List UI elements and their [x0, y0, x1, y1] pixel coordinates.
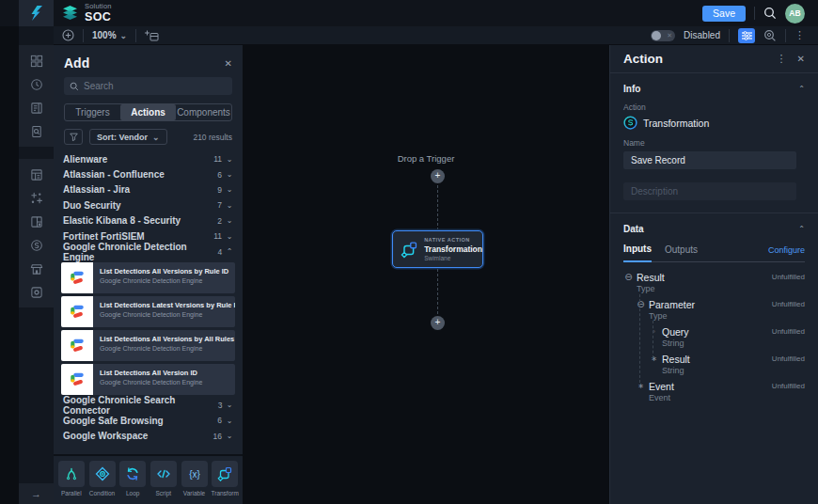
leaf-circle-icon: ◦ — [649, 326, 659, 338]
required-asterisk-icon: ∗ — [636, 381, 646, 392]
action-card[interactable]: List Detections Latest Versions by Rule … — [61, 296, 235, 327]
chronicle-logo-icon — [61, 330, 93, 361]
kebab-menu-icon[interactable]: ⋮ — [794, 29, 805, 41]
component-parallel[interactable]: Parallel — [57, 461, 86, 502]
chevron-down-icon: ⌄ — [226, 201, 233, 210]
nav-reports-icon[interactable] — [19, 96, 54, 119]
chevron-up-icon: ⌃ — [798, 85, 805, 93]
left-nav-rail: → — [19, 26, 54, 504]
enable-toggle[interactable]: ✕ — [651, 30, 675, 41]
action-card[interactable]: List Detections All Versions by Rule ID … — [61, 262, 235, 293]
component-loop[interactable]: Loop — [118, 461, 147, 502]
connector-line — [437, 185, 438, 230]
search-input[interactable] — [84, 81, 215, 91]
nav-dashboard-icon[interactable] — [19, 49, 54, 72]
close-icon[interactable]: ✕ — [797, 54, 805, 64]
transform-icon — [217, 466, 232, 481]
sliders-icon — [742, 31, 752, 40]
action-panel-title: Action — [623, 52, 663, 66]
drop-trigger-label: Drop a Trigger — [243, 153, 609, 164]
action-panel: Action ⋮ ✕ Info ⌃ Action Transformation … — [609, 45, 818, 504]
swimlane-logo[interactable] — [19, 0, 54, 26]
display-settings-button[interactable] — [738, 28, 755, 43]
vendor-row[interactable]: Duo Security 7 ⌄ — [61, 197, 235, 213]
svg-text:{x}: {x} — [189, 469, 200, 480]
workflow-canvas[interactable]: Drop a Trigger + NATIVE ACTION Transform… — [243, 45, 609, 504]
canvas-toolbar: 100% ⌄ ✕ Disabled — [54, 26, 818, 45]
kebab-menu-icon[interactable]: ⋮ — [777, 53, 787, 65]
filter-button[interactable] — [64, 129, 83, 145]
component-shortcuts: Parallel Condition Loop — [54, 454, 243, 504]
chevron-down-icon: ⌄ — [226, 155, 233, 164]
zoom-level: 100% — [92, 30, 117, 40]
close-icon[interactable]: ✕ — [225, 58, 232, 69]
vendor-row[interactable]: Google Workspace 16 ⌄ — [61, 429, 235, 444]
variable-icon: {x} — [186, 466, 203, 481]
action-card[interactable]: List Detections All Version ID Google Ch… — [61, 364, 235, 395]
component-transform[interactable]: Transform — [211, 461, 239, 502]
name-input[interactable] — [623, 151, 796, 169]
collapse-icon[interactable]: ⊖ — [623, 272, 634, 283]
sort-dropdown[interactable]: Sort: Vendor ⌄ — [89, 129, 167, 145]
chevron-down-icon: ⌄ — [226, 432, 233, 440]
tab-inputs[interactable]: Inputs — [623, 244, 652, 262]
tree-node-event[interactable]: ∗ Event Event Unfulfilled — [623, 381, 805, 403]
vendor-row[interactable]: Google Chronicle Search Connector 3 ⌄ — [61, 398, 235, 413]
results-count: 210 results — [193, 133, 232, 142]
expand-rail-button[interactable]: → — [19, 483, 54, 504]
tab-components[interactable]: Components — [176, 104, 231, 120]
avatar[interactable]: AB — [785, 4, 805, 24]
zoom-control[interactable]: 100% ⌄ — [92, 30, 127, 40]
status-badge: Unfulfilled — [772, 326, 805, 338]
divider — [754, 7, 755, 20]
add-node-icon[interactable] — [62, 29, 74, 41]
nav-marketplace-icon[interactable] — [19, 257, 54, 280]
chronicle-logo-icon — [61, 262, 93, 293]
nav-settings-icon[interactable] — [19, 280, 54, 304]
data-section-header[interactable]: Data ⌃ — [610, 213, 818, 234]
add-annotation-icon[interactable] — [145, 30, 159, 41]
tree-node-query[interactable]: ◦ Query String Unfulfilled — [623, 326, 805, 349]
info-section-header[interactable]: Info ⌃ — [610, 73, 818, 94]
solution-switcher[interactable]: Solution SOC — [62, 2, 112, 24]
component-variable[interactable]: {x} Variable — [181, 461, 209, 502]
save-button[interactable]: Save — [702, 6, 746, 22]
workflow-node-transformation[interactable]: NATIVE ACTION Transformation Swimlane — [392, 230, 483, 268]
vendor-row[interactable]: Atlassian - Jira 9 ⌄ — [61, 182, 235, 197]
component-condition[interactable]: Condition — [88, 461, 117, 502]
inspect-search-icon[interactable] — [763, 29, 777, 42]
transformation-badge-icon — [623, 116, 637, 130]
chevron-down-icon: ⌄ — [226, 401, 233, 409]
tab-outputs[interactable]: Outputs — [665, 244, 698, 261]
vendor-row[interactable]: Alienware 11 ⌄ — [61, 151, 235, 166]
component-script[interactable]: Script — [149, 461, 178, 502]
add-search[interactable] — [64, 77, 232, 95]
search-icon[interactable] — [763, 7, 777, 20]
nav-record-search-icon[interactable] — [19, 119, 54, 143]
action-card[interactable]: List Detections All Versions by All Rule… — [61, 330, 235, 361]
action-value: Transformation — [643, 118, 709, 129]
add-trigger-button[interactable]: + — [431, 169, 445, 183]
nav-swimlane-hub-icon[interactable] — [19, 233, 54, 257]
nav-workspaces-icon[interactable] — [19, 210, 54, 233]
vendor-row[interactable]: Elastic Kibana 8 - Security 2 ⌄ — [61, 213, 235, 228]
tree-node-result[interactable]: ⊖ Result Type Unfulfilled — [623, 272, 805, 294]
tree-node-result-string[interactable]: ∗ Result String Unfulfilled — [623, 354, 805, 376]
collapse-icon[interactable]: ⊖ — [636, 299, 646, 310]
required-asterisk-icon: ∗ — [649, 354, 659, 365]
divider — [83, 29, 84, 42]
nav-ai-sparkles-icon[interactable] — [19, 186, 54, 210]
chronicle-logo-icon — [61, 296, 93, 327]
chevron-down-icon: ⌄ — [226, 417, 233, 425]
solution-name: SOC — [85, 10, 112, 24]
vendor-row[interactable]: Atlassian - Confluence 6 ⌄ — [61, 166, 235, 181]
vendor-row-expanded[interactable]: Google Chronicle Detection Engine 4 ⌃ — [61, 244, 235, 259]
description-input[interactable] — [623, 182, 796, 200]
configure-link[interactable]: Configure — [768, 245, 805, 261]
add-step-button[interactable]: + — [431, 316, 445, 330]
tab-actions[interactable]: Actions — [120, 104, 176, 120]
tab-triggers[interactable]: Triggers — [65, 104, 120, 120]
tree-node-parameter[interactable]: ⊖ Parameter Type Unfulfilled — [623, 299, 805, 322]
nav-applications-icon[interactable] — [19, 163, 54, 186]
nav-recent-icon[interactable] — [19, 72, 54, 96]
